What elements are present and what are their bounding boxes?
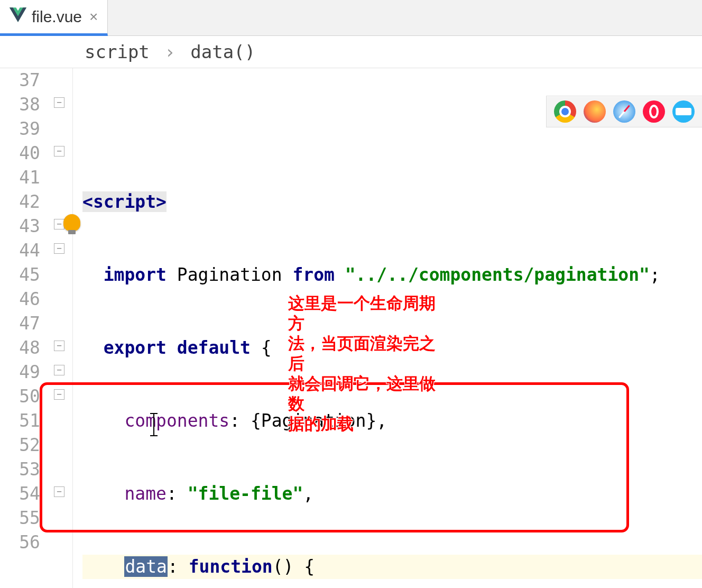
line-number: 40 [0,141,40,166]
text-cursor-icon [153,413,154,436]
fold-toggle[interactable]: − [54,365,64,375]
line-number: 41 [0,166,40,190]
line-number: 51 [0,409,40,433]
safari-icon[interactable] [613,100,635,123]
line-number: 52 [0,433,40,457]
lightbulb-icon[interactable] [63,214,80,231]
line-number: 48 [0,336,40,360]
annotation-text: 这里是一个生命周期方 法，当页面渲染完之后 就会回调它，这里做数 据的加载 [288,293,436,434]
file-tab[interactable]: file.vue × [0,0,108,36]
fold-toggle[interactable]: − [54,219,64,229]
line-number: 56 [0,530,40,555]
close-icon[interactable]: × [89,8,98,25]
fold-toggle[interactable]: − [54,243,64,254]
opera-icon[interactable] [643,100,665,123]
breadcrumb-seg-data[interactable]: data() [190,41,255,62]
firefox-icon[interactable] [584,100,606,123]
line-number: 44 [0,238,40,263]
line-number: 39 [0,117,40,141]
line-number: 47 [0,311,40,336]
line-number: 50 [0,384,40,409]
fold-toggle[interactable]: − [54,146,64,157]
fold-toggle[interactable]: − [54,97,64,108]
fold-toggle[interactable]: − [54,389,64,400]
line-number: 42 [0,190,40,214]
ie-icon[interactable] [672,100,695,123]
tab-filename: file.vue [32,8,82,26]
breadcrumb-seg-script[interactable]: script [85,41,150,62]
breadcrumb: script › data() [0,36,702,68]
line-number: 46 [0,287,40,311]
browser-preview-panel [546,96,702,127]
line-number: 55 [0,506,40,530]
line-number: 49 [0,360,40,384]
line-number: 45 [0,263,40,287]
line-number: 38 [0,93,40,117]
line-number: 53 [0,457,40,482]
code-editor[interactable]: 37 38 39 40 41 42 43 44 45 46 47 48 49 5… [0,68,702,588]
line-number: 54 [0,482,40,506]
line-number: 37 [0,68,40,93]
fold-toggle[interactable]: − [54,486,64,497]
tab-bar: file.vue × [0,0,702,36]
chevron-right-icon: › [164,41,175,62]
selected-text: data [124,556,167,577]
line-number: 43 [0,214,40,238]
gutter: 37 38 39 40 41 42 43 44 45 46 47 48 49 5… [0,68,52,588]
fold-toggle[interactable]: − [54,341,64,351]
fold-column: − − − − − − − − [52,68,73,588]
vue-icon [10,6,26,27]
chrome-icon[interactable] [554,100,576,123]
